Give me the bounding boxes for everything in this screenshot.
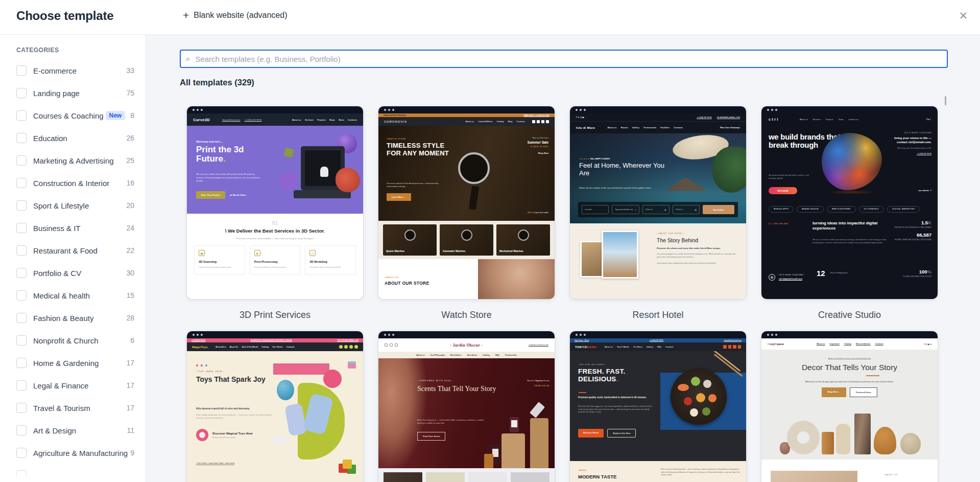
template-preview: Curve3D 3d.print@email.com+1 (234) 567 8… xyxy=(187,113,363,299)
sidebar-item-home-gardening[interactable]: Home & Gardening17 xyxy=(16,352,146,374)
sidebar-item-legal-finance[interactable]: Legal & Finance17 xyxy=(16,374,146,397)
checkbox[interactable] xyxy=(16,380,27,391)
search-input[interactable] xyxy=(194,54,947,64)
checkbox[interactable] xyxy=(16,470,27,480)
template-card-jardin-obscur[interactable]: - Jardin Obscur - jardinobscur@email.com… xyxy=(378,331,555,482)
sidebar-item-marketing-advertising[interactable]: Marketing & Advertising25 xyxy=(16,149,146,172)
preview-nav: About usLimited EditionCatalogBlogContac… xyxy=(465,120,525,123)
category-count: 9 xyxy=(130,449,134,457)
window-dot xyxy=(576,334,578,336)
sidebar-item-agriculture-manufacturing[interactable]: Agriculture & Manufacturing9 xyxy=(16,442,146,464)
sidebar-item-medical-health[interactable]: Medical & health15 xyxy=(16,284,146,307)
sidebar-item-construction-interior[interactable]: Construction & Interior16 xyxy=(16,172,146,194)
sidebar-item-ecommerce[interactable]: E-commerce33 xyxy=(16,59,146,82)
preview-nav: About usInspirationCatalogNews & Article… xyxy=(817,343,883,345)
vase xyxy=(822,432,834,454)
checkbox[interactable] xyxy=(16,403,27,413)
stat-label: PROJECTS SUCCESSFULLY DELIVERED xyxy=(888,226,931,228)
secondary-button: Explore Our Sets xyxy=(607,429,636,438)
template-card-resort-hotel[interactable]: f ✦ ◎ ▶ +1 (234) 567 89 90ISLADIMARE@EMA… xyxy=(570,106,746,299)
template-card-creative-studio[interactable]: ctrl About usServicesProjectsTeamContact… xyxy=(761,106,938,299)
close-icon[interactable]: ✕ xyxy=(955,7,971,24)
sidebar-item-landing-page[interactable]: Landing page75 xyxy=(16,82,146,104)
window-dot xyxy=(771,334,773,336)
sidebar-item-partial[interactable] xyxy=(16,464,146,482)
social-icons xyxy=(339,345,358,349)
sidebar-item-portfolio-cv[interactable]: Portfolio & CV30 xyxy=(16,262,146,284)
window-dot xyxy=(388,334,390,336)
checkbox[interactable] xyxy=(16,245,27,256)
preview-header: - Jardin Obscur - jardinobscur@email.com xyxy=(378,338,555,352)
topbar-right: NEED HELP? +1 (234) 567-8901 xyxy=(524,114,549,117)
checkbox[interactable] xyxy=(16,358,27,368)
template-card-watch-store[interactable]: FREE SHIPPING FROM $50 NEED HELP? +1 (23… xyxy=(378,106,555,299)
checkbox[interactable] xyxy=(16,425,27,435)
search-icon: ⌕ xyxy=(186,54,190,63)
sidebar-item-restaurant-food[interactable]: Restaurant & Food22 xyxy=(16,239,146,262)
checkbox[interactable] xyxy=(16,133,27,143)
checkbox[interactable] xyxy=(16,178,27,188)
window-dot xyxy=(197,109,199,111)
sidebar-item-sport-lifestyle[interactable]: Sport & Lifestyle20 xyxy=(16,194,146,217)
facebook-icon xyxy=(339,345,343,349)
preview-header: TOKYODASH About usHow It WorksOur MenuGa… xyxy=(570,342,746,351)
pill: DIGITAL MARKETING xyxy=(887,206,920,213)
sidebar-item-education[interactable]: Education26 xyxy=(16,127,146,149)
topbar-left: +1 (234) 567 89 90 xyxy=(192,339,205,341)
category-count: 16 xyxy=(126,179,134,187)
sidebar-item-fashion-beauty[interactable]: Fashion & Beauty28 xyxy=(16,307,146,329)
checkbox[interactable] xyxy=(16,448,27,458)
preview-topbar: Open 8 am - 10 pm +1 (234) 567 89 00 tok… xyxy=(570,338,746,342)
checkbox[interactable] xyxy=(16,65,27,76)
service-desc: From smoothing to finishing, perfect xyxy=(254,266,296,268)
hero-body: From cuddly companions to creative plays… xyxy=(196,414,273,420)
category-label: Portfolio & CV xyxy=(33,269,81,278)
sidebar-item-business-it[interactable]: Business & IT24 xyxy=(16,217,146,239)
promo-price: FROM $29.99 xyxy=(534,385,549,387)
header-cta: Plan Your Getaway! xyxy=(720,126,740,129)
checkbox[interactable] xyxy=(16,313,27,323)
topbar-links: +1 (234) 567 89 90ISLADIMARE@EMAIL.COM xyxy=(697,117,740,119)
checkbox[interactable] xyxy=(16,88,27,98)
template-card-3d-print-services[interactable]: Curve3D 3d.print@email.com+1 (234) 567 8… xyxy=(187,106,363,299)
template-card-tokyodash[interactable]: Open 8 am - 10 pm +1 (234) 567 89 00 tok… xyxy=(570,331,746,482)
template-card-cozyspace[interactable]: CozySpace About usInspirationCatalogNews… xyxy=(761,331,938,482)
checkbox[interactable] xyxy=(16,223,27,233)
template-card-magictoys[interactable]: +1 (234) 567 89 90 SHOWROOM: 5254 EASTMO… xyxy=(187,331,363,482)
section-heading: \ We Deliver the Best Services in 3D Sec… xyxy=(187,228,363,234)
checkbox[interactable] xyxy=(16,110,27,121)
preview-logo: ctrl xyxy=(769,118,779,121)
chevron-down-icon: ▾ xyxy=(635,209,636,211)
checkbox[interactable] xyxy=(16,335,27,346)
preview-logo: Curve3D xyxy=(193,118,210,122)
preview-logo: CHRONOVIA xyxy=(384,120,407,123)
preview-footer: ⊕ LET'S WORK TOGETHER! ctrl-digital@emai… xyxy=(761,265,938,299)
instagram-icon xyxy=(728,345,732,349)
checkbox[interactable] xyxy=(16,200,27,211)
service-card: ▣3D ScanningCapture details of your prod… xyxy=(194,245,245,275)
checkbox[interactable] xyxy=(16,155,27,166)
template-preview: f ✦ ◎ ▶ +1 (234) 567 89 90ISLADIMARE@EMA… xyxy=(570,113,746,299)
category-count: 26 xyxy=(126,134,134,142)
preview-header: MagicToys. BestsellersAbout UsDeal of th… xyxy=(187,342,363,351)
sidebar-item-courses-coaching[interactable]: Courses & CoachingNew8 xyxy=(16,104,146,127)
blank-website-button[interactable]: + Blank website (advanced) xyxy=(180,9,290,21)
checkbox[interactable] xyxy=(16,290,27,301)
templates-grid: Curve3D 3d.print@email.com+1 (234) 567 8… xyxy=(187,106,938,482)
checkbox[interactable] xyxy=(16,268,27,278)
hero-buttons: Roll Into Flavor Explore Our Sets xyxy=(578,429,636,438)
sidebar-item-nonprofit-church[interactable]: Nonprofit & Church6 xyxy=(16,329,146,352)
scrollbar-thumb[interactable] xyxy=(945,96,946,105)
category-tiles: Quartz Watches Automatic Watches Mechani… xyxy=(378,221,555,259)
sidebar-item-art-design[interactable]: Art & Design11 xyxy=(16,419,146,442)
window-dot xyxy=(771,109,773,111)
cta-button: Start Your Project xyxy=(196,191,225,199)
book-now-button: Book Now xyxy=(703,205,734,214)
category-label: Landing page xyxy=(33,89,80,98)
tile-automatic: Automatic Watches xyxy=(440,224,493,256)
sidebar-item-travel-tourism[interactable]: Travel & Tourism17 xyxy=(16,397,146,419)
hero-heading: Print the 3d Future. xyxy=(196,145,268,164)
browser-chrome xyxy=(378,331,555,338)
service-card: ◳3D ModelingTransform ideas into functio… xyxy=(305,245,356,275)
social-icons: f ✦ ◎ ▶ xyxy=(576,116,584,119)
